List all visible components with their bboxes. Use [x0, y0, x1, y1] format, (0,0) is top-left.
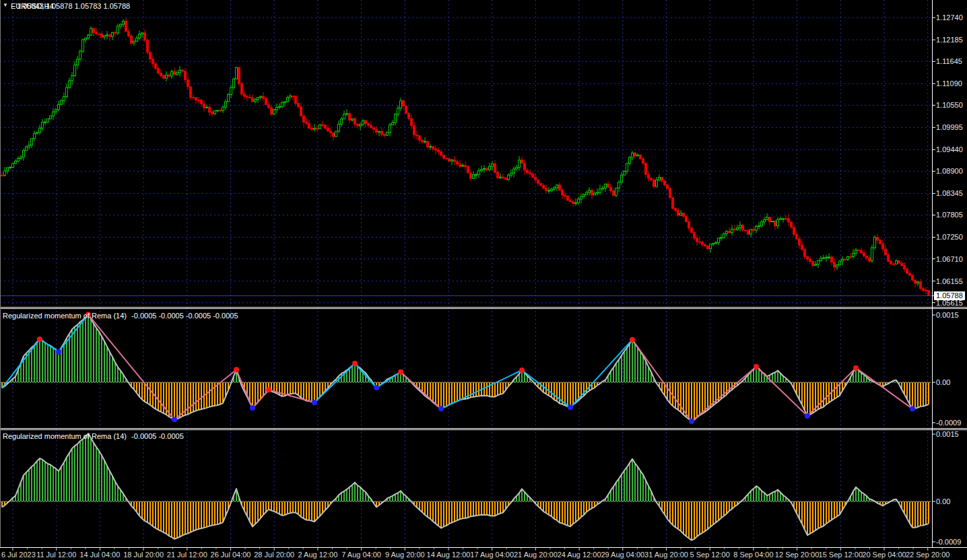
- swing-high-dot: [37, 337, 42, 342]
- grid-lines: [0, 0, 932, 547]
- swing-low-dot: [172, 417, 177, 422]
- swing-high-dot: [266, 387, 271, 392]
- zigzag-segment: [692, 367, 756, 421]
- zigzag-segment: [269, 390, 314, 403]
- swing-high-dot: [519, 368, 525, 373]
- swing-high-dot: [630, 337, 635, 343]
- chart-stage: { "header": { "symbol_period": "EURUSD,H…: [0, 0, 967, 560]
- chart-canvas[interactable]: [0, 0, 967, 560]
- indicator1-pane: [0, 312, 932, 424]
- swing-high-dot: [398, 370, 403, 375]
- swing-low-dot: [56, 349, 61, 355]
- mt4-chart-window: { "header": { "symbol_period": "EURUSD,H…: [0, 0, 967, 560]
- swing-low-dot: [374, 385, 379, 390]
- swing-high-dot: [234, 367, 239, 372]
- momentum-envelope-line: [2, 314, 929, 421]
- swing-low-dot: [805, 413, 810, 419]
- symbol-dropdown-icon[interactable]: ▼: [3, 2, 8, 8]
- swing-low-dot: [910, 406, 915, 411]
- pane-separators: [0, 0, 967, 551]
- swing-low-dot: [568, 405, 573, 410]
- swing-low-dot: [438, 406, 444, 411]
- swing-high-dot: [853, 365, 859, 371]
- swing-high-dot: [86, 312, 91, 317]
- zigzag-segment: [632, 340, 692, 421]
- zigzag-segment: [522, 370, 570, 407]
- swing-high-dot: [754, 364, 759, 370]
- swing-low-dot: [250, 405, 255, 411]
- momentum-envelope-line: [2, 433, 929, 540]
- zigzag-segment: [441, 370, 522, 409]
- zigzag-segment: [807, 368, 856, 416]
- zigzag-segment: [59, 314, 88, 351]
- swing-high-dot: [352, 361, 358, 366]
- zigzag-segment: [570, 340, 632, 408]
- indicator2-pane: [0, 433, 932, 540]
- swing-low-dot: [312, 400, 317, 405]
- swing-low-dot: [689, 419, 694, 424]
- zigzag-segment: [376, 372, 401, 388]
- candles-layer: [1, 18, 930, 296]
